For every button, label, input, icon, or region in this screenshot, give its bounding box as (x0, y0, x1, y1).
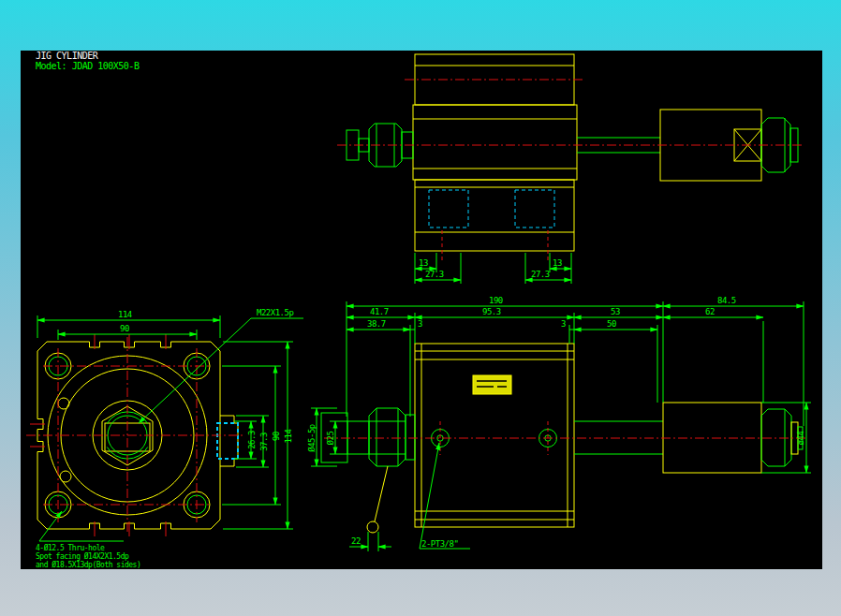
port-label: 2-PT3/8" (421, 539, 458, 549)
note-line-1: 4-Ø12.5 Thru-hole (36, 543, 105, 552)
drawing-title: JIG CYLINDER (36, 51, 99, 61)
dim-flats-22: 22 (351, 536, 361, 546)
dim-13-right: 13 (553, 258, 562, 268)
drawing-model: Model: JDAD 100X50-B (36, 61, 140, 71)
dim-body-95-3: 95.3 (482, 307, 501, 316)
thread-label: M22X1.5p (257, 308, 293, 317)
dim-height-90: 90 (272, 432, 281, 441)
dim-gap-left-3: 3 (418, 319, 422, 329)
dim-stroke-50: 50 (607, 319, 616, 329)
dim-block-62: 62 (705, 307, 715, 316)
note-line-2: Spot facing Ø14X2X1.5dp (36, 551, 129, 561)
dim-height-114: 114 (284, 430, 293, 444)
dim-rod-dia: Ø25 (326, 432, 335, 446)
dim-boss-37-3: 37.3 (259, 433, 269, 451)
dim-width-114: 114 (118, 310, 132, 319)
dim-rod-41-7: 41.7 (370, 307, 389, 316)
note-line-3: and Ø18.5X13dp(Both sides) (36, 560, 140, 569)
dim-slot-26-3: 26.3 (247, 431, 257, 449)
dim-cap-dia: ø44 (796, 432, 805, 446)
dim-width-90: 90 (120, 324, 129, 333)
dim-cap-84-5: 84.5 (717, 296, 736, 305)
dim-total-190: 190 (489, 296, 503, 305)
dim-27-3-right: 27.3 (531, 270, 550, 279)
drawing-canvas: JIG CYLINDER Model: JDAD 100X50-B (0, 0, 841, 616)
cad-window: JIG CYLINDER Model: JDAD 100X50-B (0, 0, 841, 616)
dim-13-left: 13 (419, 258, 428, 268)
dim-right-53: 53 (611, 307, 620, 316)
dim-nut-dia: Ø45-5p (307, 424, 317, 452)
dim-27-3-left: 27.3 (425, 270, 444, 279)
nameplate (473, 375, 511, 394)
dim-rod-38-7: 38.7 (367, 319, 386, 329)
dim-gap-right-3: 3 (561, 319, 566, 329)
